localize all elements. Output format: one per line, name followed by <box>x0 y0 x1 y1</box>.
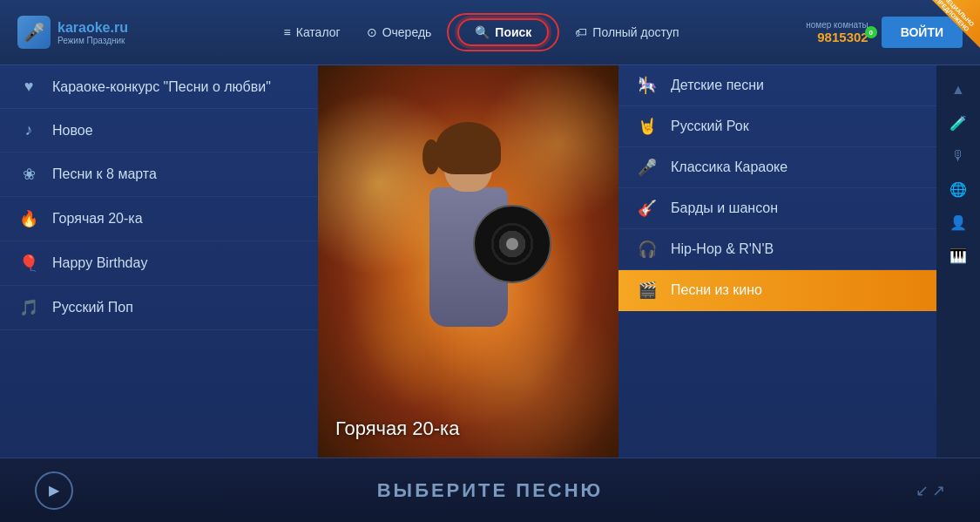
figure-head <box>444 135 492 192</box>
far-right-panel: ▲ 🧪 🎙 🌐 👤 🎹 <box>936 65 980 458</box>
room-area: номер комнаты 9815302 0 <box>806 20 868 44</box>
far-right-icon-2[interactable]: 🎙 <box>943 140 974 172</box>
right-menu-item-4[interactable]: 🎧 Hip-Hop & R'N'B <box>618 229 936 270</box>
expand-icon-right: ↗ <box>932 483 945 498</box>
left-menu-item-3[interactable]: 🔥 Горячая 20-ка <box>0 197 318 241</box>
left-panel: ♥ Караоке-конкурс "Песни о любви" ♪ Ново… <box>0 65 318 458</box>
left-menu-item-2[interactable]: ❀ Песни к 8 марта <box>0 153 318 197</box>
login-button[interactable]: ВОЙТИ <box>882 17 963 48</box>
nav-queue[interactable]: ⊙ Очередь <box>367 25 432 39</box>
expand-button[interactable]: ↙ ↗ <box>916 483 945 498</box>
center-image-bg <box>318 65 618 458</box>
far-right-icon-1[interactable]: 🧪 <box>943 107 974 139</box>
nav-search[interactable]: 🔍 Поиск <box>457 18 549 46</box>
headphones-icon: 🎧 <box>636 240 659 259</box>
search-icon: 🔍 <box>475 25 490 39</box>
figure-hair <box>436 122 501 174</box>
far-right-icon-4[interactable]: 👤 <box>943 207 974 238</box>
play-button[interactable]: ▶ <box>35 471 73 510</box>
footer: ▶ ВЫБЕРИТЕ ПЕСНЮ ↙ ↗ <box>0 458 980 522</box>
main-nav: ≡ Каталог ⊙ Очередь 🔍 Поиск 🏷 Полный дос… <box>157 18 806 46</box>
guitar-icon: 🎸 <box>636 199 659 218</box>
right-menu-item-2[interactable]: 🎤 Классика Караоке <box>618 147 936 188</box>
logo-text-area: karaoke.ru Режим Праздник <box>57 20 128 45</box>
image-label: Горячая 20-ка <box>335 417 459 440</box>
logo-subtitle: Режим Праздник <box>57 36 128 45</box>
balloon-icon: 🎈 <box>17 254 40 273</box>
microphone-icon: 🎤 <box>636 158 659 177</box>
figure-vinyl <box>473 205 551 283</box>
film-icon: 🎬 <box>636 281 659 300</box>
expand-icon-left: ↙ <box>916 483 929 498</box>
far-right-icon-0[interactable]: ▲ <box>943 74 974 105</box>
nav-catalog[interactable]: ≡ Каталог <box>284 25 341 39</box>
left-menu-item-5[interactable]: 🎵 Русский Поп <box>0 286 318 330</box>
header: 🎤 karaoke.ru Режим Праздник ≡ Каталог ⊙ … <box>0 0 980 65</box>
room-badge: 0 <box>865 26 877 38</box>
footer-title: ВЫБЕРИТЕ ПЕСНЮ <box>377 479 604 502</box>
right-menu-item-0[interactable]: 🎠 Детские песни <box>618 65 936 106</box>
woman-figure <box>382 135 556 431</box>
left-menu-item-4[interactable]: 🎈 Happy Birthday <box>0 241 318 286</box>
figure-body <box>429 187 508 327</box>
nav-full-access[interactable]: 🏷 Полный доступ <box>575 25 679 39</box>
kids-icon: 🎠 <box>636 76 659 95</box>
room-label: номер комнаты <box>806 20 868 30</box>
list-icon: ≡ <box>284 25 291 39</box>
rock-icon: 🤘 <box>636 117 659 136</box>
play-icon: ▶ <box>49 482 59 498</box>
tag-icon: 🏷 <box>575 25 587 39</box>
logo-icon: 🎤 <box>17 16 51 49</box>
header-right: номер комнаты 9815302 0 ВОЙТИ <box>806 17 963 48</box>
right-menu-item-5[interactable]: 🎬 Песни из кино <box>618 270 936 311</box>
left-menu-item-0[interactable]: ♥ Караоке-конкурс "Песни о любви" <box>0 65 318 109</box>
room-number: 9815302 0 <box>817 30 868 44</box>
logo-name: karaoke.ru <box>57 20 128 36</box>
clock-icon: ⊙ <box>367 25 377 39</box>
heart-icon: ♥ <box>17 78 40 96</box>
left-menu-item-1[interactable]: ♪ Новое <box>0 109 318 153</box>
flower-icon: ❀ <box>17 165 40 184</box>
far-right-icon-5[interactable]: 🎹 <box>943 240 974 271</box>
fire-icon: 🔥 <box>17 209 40 228</box>
right-menu-item-3[interactable]: 🎸 Барды и шансон <box>618 188 936 229</box>
music-note-icon: ♪ <box>17 121 40 139</box>
logo-area: 🎤 karaoke.ru Режим Праздник <box>17 16 157 49</box>
center-image: Горячая 20-ка <box>318 65 618 458</box>
far-right-icon-3[interactable]: 🌐 <box>943 173 974 205</box>
main-area: ♥ Караоке-конкурс "Песни о любви" ♪ Ново… <box>0 65 980 458</box>
music-icon: 🎵 <box>17 298 40 317</box>
right-menu-item-1[interactable]: 🤘 Русский Рок <box>618 106 936 147</box>
right-panel: 🎠 Детские песни 🤘 Русский Рок 🎤 Классика… <box>618 65 936 458</box>
